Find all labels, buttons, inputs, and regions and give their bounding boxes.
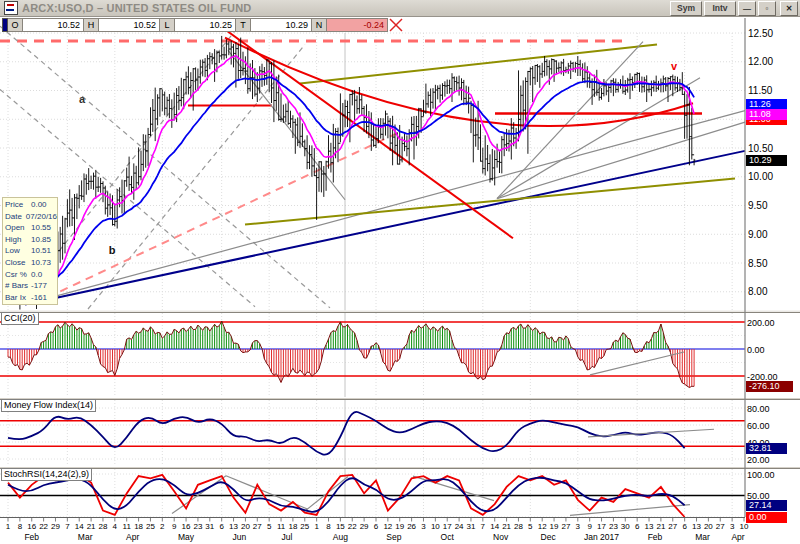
- price-price-badge: 10.29: [746, 155, 787, 166]
- cci-panel[interactable]: [0, 313, 745, 397]
- title-bar: ARCX:USO,D – UNITED STATES OIL FUND Sym …: [0, 0, 800, 17]
- svg-text:10.00: 10.00: [748, 171, 773, 182]
- svg-text:80.00: 80.00: [747, 404, 770, 414]
- svg-text:2: 2: [160, 522, 165, 531]
- svg-text:6: 6: [682, 522, 687, 531]
- svg-text:20: 20: [704, 522, 713, 531]
- svg-text:21: 21: [502, 522, 511, 531]
- price-panel[interactable]: [0, 18, 745, 310]
- svg-text:19: 19: [395, 522, 404, 531]
- svg-text:13: 13: [229, 522, 238, 531]
- svg-text:60.00: 60.00: [747, 421, 770, 431]
- svg-text:12: 12: [538, 522, 547, 531]
- svg-text:Jun: Jun: [233, 532, 247, 542]
- mfi-panel[interactable]: [0, 400, 745, 466]
- tooltip-row: Price0.00: [5, 199, 57, 211]
- app-icon: [4, 1, 18, 15]
- svg-text:Apr: Apr: [126, 532, 139, 542]
- svg-text:18: 18: [288, 522, 297, 531]
- svg-text:May: May: [178, 532, 195, 542]
- interval-button[interactable]: Intv: [704, 1, 736, 16]
- svg-text:23: 23: [609, 522, 618, 531]
- svg-text:25: 25: [146, 522, 155, 531]
- tooltip-row: Low10.51: [5, 245, 57, 257]
- svg-text:Mar: Mar: [78, 532, 93, 542]
- svg-text:31: 31: [205, 522, 214, 531]
- svg-text:Dec: Dec: [541, 532, 557, 542]
- svg-text:13: 13: [645, 522, 654, 531]
- svg-text:1: 1: [314, 522, 319, 531]
- svg-text:22: 22: [348, 522, 357, 531]
- svg-text:16: 16: [27, 522, 36, 531]
- open-value: 10.52: [23, 18, 84, 32]
- svg-text:26: 26: [407, 522, 416, 531]
- svg-text:14: 14: [490, 522, 499, 531]
- svg-text:Jul: Jul: [282, 532, 293, 542]
- svg-text:7: 7: [65, 522, 70, 531]
- symbol-button[interactable]: Sym: [670, 1, 702, 16]
- svg-text:15: 15: [336, 522, 345, 531]
- svg-text:5: 5: [267, 522, 272, 531]
- svg-text:18: 18: [134, 522, 143, 531]
- svg-text:8.00: 8.00: [748, 286, 768, 297]
- svg-text:14: 14: [75, 522, 84, 531]
- stochrsi-panel[interactable]: [0, 469, 745, 517]
- svg-text:12.00: 12.00: [748, 56, 773, 67]
- svg-text:24: 24: [455, 522, 464, 531]
- svg-text:Oct: Oct: [441, 532, 455, 542]
- stoch-price-badge: 27.14: [746, 500, 787, 511]
- restore-button[interactable]: ▫: [758, 1, 776, 16]
- svg-text:28: 28: [99, 522, 108, 531]
- svg-text:17: 17: [597, 522, 606, 531]
- svg-text:16: 16: [182, 522, 191, 531]
- tooltip-row: Date07/20/16: [5, 211, 57, 223]
- minimize-button[interactable]: —: [738, 1, 756, 16]
- tooltip-row: Open10.55: [5, 222, 57, 234]
- svg-text:Feb: Feb: [648, 532, 663, 542]
- svg-text:11.50: 11.50: [748, 85, 773, 96]
- close-button[interactable]: ✕: [780, 1, 798, 16]
- svg-text:Feb: Feb: [24, 532, 39, 542]
- svg-text:21: 21: [656, 522, 665, 531]
- crosshair-tooltip: Price0.00Date07/20/16Open10.55High10.85L…: [2, 197, 58, 305]
- svg-text:5: 5: [528, 522, 533, 531]
- svg-text:200.00: 200.00: [747, 318, 775, 328]
- svg-text:Nov: Nov: [493, 532, 509, 542]
- svg-text:100.00: 100.00: [747, 470, 775, 480]
- svg-text:6: 6: [374, 522, 379, 531]
- svg-text:11: 11: [123, 522, 132, 531]
- svg-text:Jan 2017: Jan 2017: [584, 532, 619, 542]
- trade-label: T: [236, 18, 251, 32]
- svg-text:29: 29: [360, 522, 369, 531]
- high-label: H: [84, 18, 99, 32]
- tooltip-row: Csr %0.0: [5, 269, 57, 281]
- svg-text:20.00: 20.00: [747, 455, 770, 465]
- svg-text:8: 8: [326, 522, 331, 531]
- svg-text:Mar: Mar: [695, 532, 710, 542]
- stochrsi-label: StochRSI(14,24(2),9): [1, 468, 92, 481]
- svg-text:27: 27: [716, 522, 725, 531]
- svg-text:6: 6: [219, 522, 224, 531]
- svg-text:17: 17: [443, 522, 452, 531]
- svg-text:10: 10: [431, 522, 440, 531]
- svg-text:22: 22: [39, 522, 48, 531]
- svg-text:9.50: 9.50: [748, 200, 768, 211]
- svg-text:29: 29: [51, 522, 60, 531]
- svg-text:Apr: Apr: [731, 532, 744, 542]
- svg-text:0.00: 0.00: [747, 345, 765, 355]
- svg-text:10: 10: [740, 522, 749, 531]
- stoch-price-badge: 0.00: [746, 512, 787, 523]
- svg-text:6: 6: [635, 522, 640, 531]
- svg-text:9: 9: [172, 522, 177, 531]
- svg-text:8: 8: [18, 522, 23, 531]
- mfi-label: Money Flow Index(14): [1, 399, 96, 412]
- svg-text:9: 9: [587, 522, 592, 531]
- svg-text:21: 21: [87, 522, 96, 531]
- svg-text:27: 27: [253, 522, 262, 531]
- cci-price-badge: -276.10: [746, 381, 793, 392]
- svg-text:4: 4: [113, 522, 118, 531]
- svg-text:23: 23: [193, 522, 202, 531]
- low-label: L: [160, 18, 175, 32]
- svg-text:1: 1: [6, 522, 11, 531]
- net-change-value: -0.24: [327, 18, 388, 32]
